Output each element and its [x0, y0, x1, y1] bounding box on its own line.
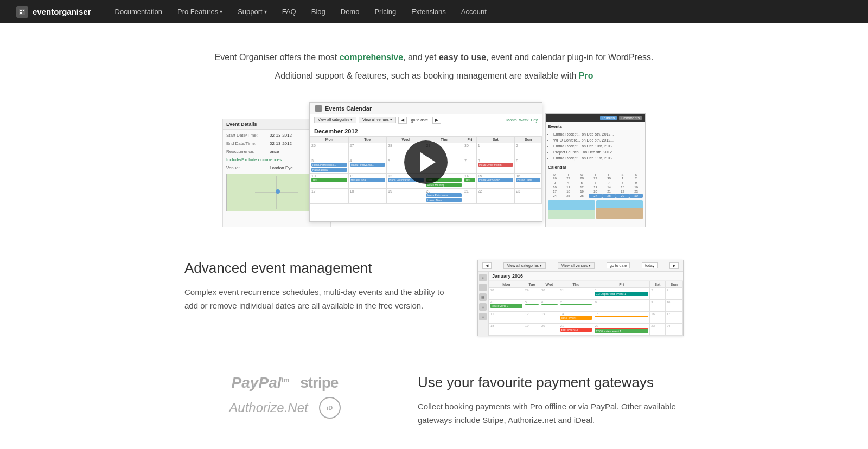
icon4: ⊞ — [479, 303, 487, 311]
stripe-logo: stripe — [300, 374, 338, 392]
payment-title: Use your favourite payment gateways — [418, 374, 684, 391]
icon1: ≡ — [479, 274, 487, 281]
logo-icon — [16, 6, 28, 18]
nav-item-demo[interactable]: Demo — [333, 8, 367, 16]
nav-item-support[interactable]: Support ▾ — [230, 8, 275, 16]
right-screenshot-content: Events Emma Recept... on Dec 5th, 2012..… — [546, 122, 645, 221]
svg-rect-0 — [19, 9, 25, 15]
sidebar-icons: ≡ ☰ ▦ ⊞ ⊟ — [478, 272, 489, 336]
svg-rect-1 — [20, 10, 22, 11]
calendar-icon — [315, 105, 322, 112]
go-to-date[interactable]: go to date — [607, 262, 630, 268]
nav-item-pricing[interactable]: Pricing — [367, 8, 404, 16]
logo-text: eventorganiser — [33, 7, 91, 16]
payment-logos-row1: PayPaltm stripe — [232, 374, 339, 392]
recurrence-value: once — [270, 149, 279, 154]
hero-comprehensive: comprehensive — [340, 53, 403, 62]
cal2016-grid: MonTueWedThuFriSatSun 28 29 30 31 112:00… — [489, 281, 683, 336]
hero-text-end: , event and calendar plug-in for WordPre… — [486, 53, 653, 62]
feature-event-management: Advanced event management Complex event … — [174, 260, 694, 336]
calendar-header: Events Calendar — [310, 103, 542, 114]
nav-item-extensions[interactable]: Extensions — [404, 8, 454, 16]
nav-item-faq[interactable]: FAQ — [275, 8, 304, 16]
next-month-button[interactable]: ▶ — [669, 262, 679, 269]
mini-calendar-header: Calendar — [548, 165, 643, 170]
photo-desert — [596, 200, 643, 219]
hero-text: Event Organiser offers the most comprehe… — [174, 50, 694, 65]
cal2016-toolbar: ◀ View all categories ▾ View all venues … — [478, 260, 683, 272]
video-play-button[interactable] — [404, 140, 448, 184]
svg-point-7 — [276, 189, 280, 194]
recurrence-label: Reoccurrence: — [226, 149, 270, 154]
publish-button: Publish — [600, 116, 617, 120]
calendar-toolbar: View all categories ▾ View all venues ▾ … — [310, 114, 542, 126]
today-button[interactable]: today — [642, 262, 658, 268]
hero-text-mid: , and yet — [403, 53, 439, 62]
feature-calendar-image: ◀ View all categories ▾ View all venues … — [477, 260, 684, 336]
navbar: eventorganiser Documentation Pro Feature… — [0, 0, 868, 23]
nav-item-documentation[interactable]: Documentation — [107, 8, 170, 16]
hero-text-start: Event Organiser offers the most — [215, 53, 340, 62]
prev-month-button[interactable]: ◀ — [482, 262, 492, 269]
hero-sub-start: Additional support & features, such as b… — [275, 71, 578, 80]
hero-easy: easy to use — [439, 53, 486, 62]
venue-label: Venue: — [226, 165, 270, 170]
payment-section: PayPaltm stripe Authorize.Net iD Use you… — [174, 374, 694, 427]
end-date-value: 02-13-2012 — [270, 141, 292, 146]
photo-thumbnails — [548, 200, 643, 219]
payment-text: Use your favourite payment gateways Coll… — [418, 374, 684, 427]
start-date-label: Start Date/Time: — [226, 133, 270, 138]
mini-calendar: MTWTFSS 262728293012 3456789 10111213141… — [548, 173, 643, 198]
cal2016-month-label: January 2016 — [489, 272, 683, 281]
comments-button: Comments — [619, 116, 642, 120]
paypal-logo: PayPaltm — [232, 374, 290, 392]
calendar-title: Events Calendar — [325, 105, 372, 112]
pro-link[interactable]: Pro — [579, 71, 593, 80]
end-date-label: End Date/Time: — [226, 141, 270, 146]
ideal-logo: iD — [319, 397, 341, 419]
calendar-2016: ◀ View all categories ▾ View all venues … — [477, 260, 684, 336]
event-list-header: Events — [548, 124, 643, 129]
photo-sky — [548, 200, 595, 219]
right-screenshot: Publish Comments Events Emma Recept... o… — [545, 113, 646, 227]
icon5: ⊟ — [479, 313, 487, 320]
calendar-screenshot: Events Calendar View all categories ▾ Vi… — [309, 102, 542, 222]
nav-item-blog[interactable]: Blog — [304, 8, 333, 16]
payment-description: Collect booking payments with Pro offlin… — [418, 400, 684, 427]
hero-sub: Additional support & features, such as b… — [174, 71, 694, 81]
main-content: Event Organiser offers the most comprehe… — [163, 23, 705, 449]
category-dropdown[interactable]: View all categories ▾ — [503, 262, 546, 269]
svg-rect-3 — [20, 12, 22, 14]
feature-description: Complex event recurrence schedules, mult… — [184, 285, 445, 313]
nav-menu: Documentation Pro Features ▾ Support ▾ F… — [107, 8, 494, 16]
play-icon — [420, 152, 436, 172]
icon3: ▦ — [479, 293, 487, 301]
feature-title: Advanced event management — [184, 260, 445, 277]
start-date-value: 02-13-2012 — [270, 133, 292, 138]
logo[interactable]: eventorganiser — [16, 6, 91, 18]
nav-item-account[interactable]: Account — [454, 8, 494, 16]
nav-item-pro-features[interactable]: Pro Features ▾ — [170, 8, 230, 16]
cal2016-main: January 2016 MonTueWedThuFriSatSun 28 29… — [489, 272, 683, 336]
icon2: ☰ — [479, 284, 487, 291]
right-screenshot-header: Publish Comments — [546, 114, 645, 122]
cal2016-sidebar: ≡ ☰ ▦ ⊞ ⊟ January 2016 MonTueWedThuFriSa… — [478, 272, 683, 336]
month-label: December 2012 — [310, 126, 542, 136]
screenshots-area: Event Details Start Date/Time: 02-13-201… — [174, 102, 694, 227]
event-list: Emma Recept... on Dec 5th, 2012... WHO C… — [548, 131, 643, 162]
svg-rect-2 — [23, 10, 24, 11]
authorize-logo: Authorize.Net — [229, 400, 308, 415]
venues-dropdown[interactable]: View all venues ▾ — [558, 262, 595, 269]
feature-text: Advanced event management Complex event … — [184, 260, 445, 313]
screenshots-container: Event Details Start Date/Time: 02-13-201… — [222, 102, 646, 227]
payment-logos: PayPaltm stripe Authorize.Net iD — [184, 374, 385, 419]
payment-logos-row2: Authorize.Net iD — [229, 397, 340, 419]
venue-value: London Eye — [270, 165, 293, 170]
